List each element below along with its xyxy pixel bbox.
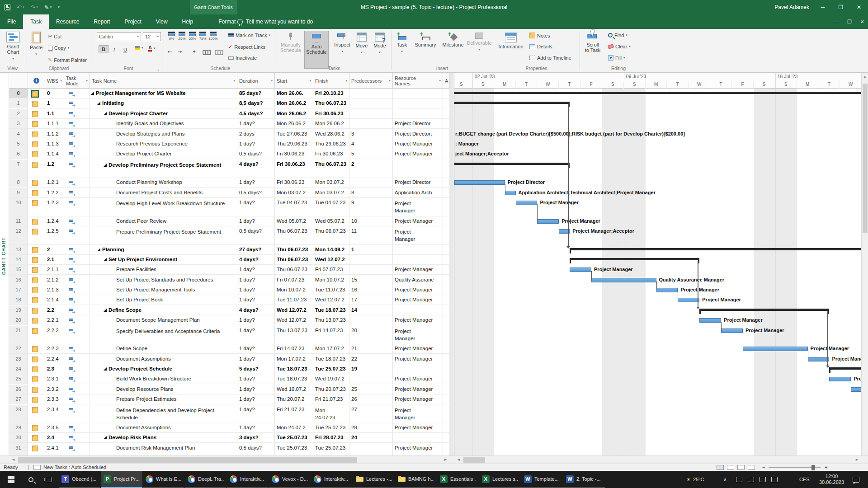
- add-new-cell[interactable]: [443, 188, 450, 197]
- finish-cell[interactable]: Fri 20.10.23: [313, 89, 349, 98]
- clear-button[interactable]: Clear▾: [608, 44, 631, 49]
- row-number-cell[interactable]: 14: [9, 255, 28, 264]
- move-button[interactable]: Move▾: [353, 33, 370, 55]
- task-name-cell[interactable]: Develop Preliminary Project Scope Statem…: [90, 160, 237, 178]
- tab-view[interactable]: View: [149, 14, 175, 29]
- task-mode-cell[interactable]: ➜: [64, 216, 90, 226]
- resource-names-cell[interactable]: [393, 160, 443, 178]
- task-name-cell[interactable]: Set Up Project Environment: [90, 255, 237, 264]
- wbs-cell[interactable]: 2.3.2: [45, 385, 64, 394]
- note-icon[interactable]: [32, 151, 38, 157]
- note-icon[interactable]: [32, 91, 38, 97]
- duration-cell[interactable]: 1 day?: [237, 423, 275, 432]
- link-tasks-button[interactable]: [203, 50, 210, 54]
- undo-icon[interactable]: ↶▾: [17, 4, 24, 11]
- filter-arrow-icon[interactable]: ▾: [345, 78, 347, 84]
- vertical-scroll-thumb[interactable]: [863, 84, 868, 233]
- note-icon[interactable]: [32, 387, 38, 393]
- restore-button[interactable]: ❐: [832, 0, 850, 14]
- start-cell[interactable]: Mon 17.07.2: [275, 354, 313, 364]
- predecessors-cell[interactable]: 16: [349, 285, 393, 295]
- start-cell[interactable]: Wed 05.07.2: [275, 216, 313, 226]
- filter-arrow-icon[interactable]: ▾: [389, 78, 391, 84]
- taskbar-app-excel[interactable]: XLectures s...: [479, 471, 521, 488]
- tell-me-box[interactable]: Tell me what you want to do: [237, 14, 313, 29]
- table-select-all-corner[interactable]: [9, 73, 28, 89]
- gantt-bar[interactable]: [678, 298, 699, 302]
- note-indicator-cell[interactable]: [28, 265, 45, 274]
- duration-cell[interactable]: 1 day?: [237, 344, 275, 353]
- font-color-button[interactable]: A▾: [148, 45, 155, 52]
- task-name-cell[interactable]: Document Assumptions: [90, 423, 237, 432]
- predecessors-cell[interactable]: 26: [349, 394, 393, 404]
- close-button[interactable]: ✕: [850, 0, 868, 14]
- inactivate-button[interactable]: Inactivate: [228, 55, 257, 61]
- row-number-cell[interactable]: 25: [9, 374, 28, 384]
- start-cell[interactable]: Mon 26.06.2: [275, 119, 313, 128]
- expand-triangle-icon[interactable]: [104, 309, 107, 312]
- note-indicator-cell[interactable]: [28, 109, 45, 118]
- predecessors-cell[interactable]: 5: [349, 149, 393, 159]
- note-indicator-cell[interactable]: [28, 139, 45, 149]
- summary-bar[interactable]: [570, 248, 861, 250]
- task-name-cell[interactable]: Specify Deliverables and Acceptance Crit…: [90, 326, 237, 344]
- mark-on-track-button[interactable]: Mark on Track▾: [228, 33, 270, 38]
- add-new-cell[interactable]: [443, 315, 450, 325]
- task-mode-cell[interactable]: ➜: [64, 188, 90, 197]
- add-to-timeline-button[interactable]: Add to Timeline: [529, 55, 571, 61]
- resource-names-cell[interactable]: Project Manager: [393, 423, 443, 432]
- add-new-cell[interactable]: [443, 285, 450, 295]
- tab-resource[interactable]: Resource: [49, 14, 86, 29]
- resource-names-cell[interactable]: [393, 305, 443, 315]
- predecessors-cell[interactable]: [349, 443, 393, 453]
- summary-bar[interactable]: [454, 102, 570, 104]
- respect-links-button[interactable]: ✓Respect Links: [228, 44, 265, 50]
- duration-cell[interactable]: 1 day?: [237, 198, 275, 216]
- mdi-minimize-button[interactable]: ─: [831, 14, 843, 29]
- row-number-cell[interactable]: 13: [9, 245, 28, 254]
- add-new-cell[interactable]: [443, 275, 450, 285]
- note-indicator-cell[interactable]: [28, 405, 45, 423]
- finish-cell[interactable]: Thu 29.06.23: [313, 139, 349, 149]
- percent-complete-50-button[interactable]: 50%: [188, 32, 197, 43]
- row-number-cell[interactable]: 10: [9, 198, 28, 216]
- expand-triangle-icon[interactable]: [104, 112, 107, 115]
- resource-names-cell[interactable]: [393, 89, 443, 98]
- view-team-planner-shortcut-icon[interactable]: [737, 465, 745, 470]
- note-icon[interactable]: [32, 376, 38, 382]
- finish-cell[interactable]: Tue 11.07.23: [313, 285, 349, 295]
- duration-cell[interactable]: 1 day?: [237, 265, 275, 274]
- gantt-bar[interactable]: [591, 278, 656, 282]
- add-new-cell[interactable]: [443, 226, 450, 244]
- resource-names-cell[interactable]: Project Manager: [393, 285, 443, 295]
- duration-cell[interactable]: 1 day?: [237, 139, 275, 149]
- finish-cell[interactable]: Fri 30.06.23: [313, 149, 349, 159]
- column-header-predecessors[interactable]: Predecessors▾: [349, 73, 393, 89]
- cut-button[interactable]: ✂Cut: [48, 33, 61, 39]
- note-indicator-cell[interactable]: [28, 198, 45, 216]
- resource-names-cell[interactable]: Project Manager: [393, 149, 443, 159]
- task-name-cell[interactable]: Define Scope: [90, 305, 237, 315]
- note-icon[interactable]: [32, 162, 38, 168]
- duration-cell[interactable]: 1 day?: [237, 374, 275, 384]
- predecessors-cell[interactable]: 25: [349, 385, 393, 394]
- note-indicator-cell[interactable]: [28, 326, 45, 344]
- resource-names-cell[interactable]: [393, 433, 443, 442]
- duration-cell[interactable]: 0,5 days?: [237, 443, 275, 453]
- mdi-close-button[interactable]: ✕: [856, 14, 868, 29]
- task-name-cell[interactable]: Set Up Project Management Tools: [90, 285, 237, 295]
- resource-names-cell[interactable]: Project Manager: [393, 344, 443, 353]
- finish-cell[interactable]: Fri 21.07.23: [313, 394, 349, 404]
- zoom-slider-thumb[interactable]: [811, 465, 815, 470]
- start-cell[interactable]: Fri 30.06.23: [275, 149, 313, 159]
- resource-names-cell[interactable]: [393, 245, 443, 254]
- font-family-select[interactable]: Calibri▾: [97, 32, 141, 41]
- finish-cell[interactable]: Fri 30.06.23: [313, 109, 349, 118]
- add-new-cell[interactable]: [443, 354, 450, 364]
- wbs-cell[interactable]: 1.2.5: [45, 226, 64, 244]
- information-button[interactable]: Information: [496, 33, 526, 49]
- keyboard-language[interactable]: CES: [799, 471, 810, 488]
- wbs-cell[interactable]: 2.3.3: [45, 394, 64, 404]
- taskbar-app-chrome[interactable]: Interaktiv...: [311, 471, 353, 488]
- task-mode-cell[interactable]: ➜: [64, 315, 90, 325]
